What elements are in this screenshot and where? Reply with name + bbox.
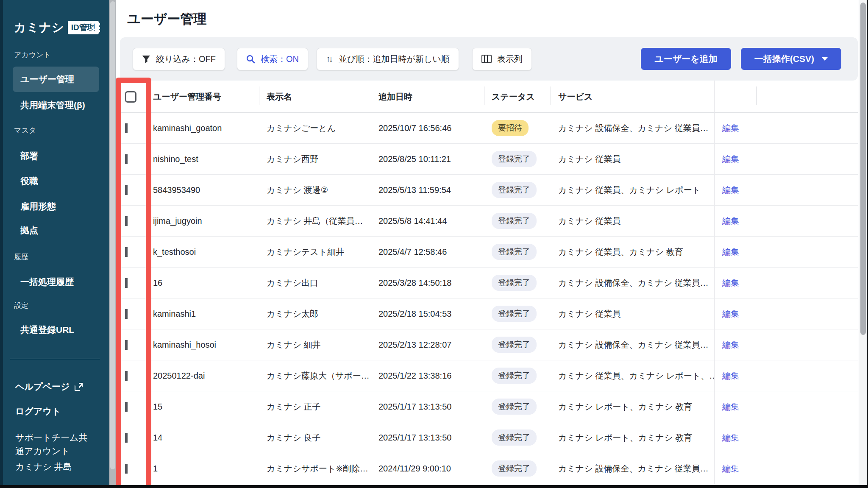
window-bottom-edge bbox=[0, 485, 868, 488]
cell-display-name: カミナシごーとん bbox=[259, 123, 371, 134]
search-icon bbox=[246, 55, 255, 64]
row-checkbox[interactable] bbox=[125, 464, 128, 474]
help-page-link[interactable]: ヘルプページ bbox=[15, 381, 83, 393]
sidebar-scrollbar-thumb[interactable] bbox=[110, 1, 115, 469]
sidebar-item-shared-terminal[interactable]: 共用端末管理(β) bbox=[13, 92, 99, 118]
row-checkbox-cell bbox=[120, 247, 145, 257]
sidebar-item-batch-history[interactable]: 一括処理履歴 bbox=[13, 269, 99, 295]
search-button[interactable]: 検索：ON bbox=[237, 48, 308, 70]
edit-link[interactable]: 編集 bbox=[722, 339, 739, 351]
select-all-checkbox[interactable] bbox=[125, 91, 136, 103]
sidebar-item-employment-type[interactable]: 雇用形態 bbox=[13, 194, 99, 219]
sidebar-item-department[interactable]: 部署 bbox=[13, 143, 99, 169]
toolbar: 絞り込み：OFF 検索：ON ↑↓ 並び順：追加日時が新しい順 表示列 ユーザー… bbox=[120, 37, 858, 81]
table-row: nishino_test カミナシ西野 2025/8/25 10:11:21 登… bbox=[120, 144, 858, 175]
row-checkbox[interactable] bbox=[125, 278, 128, 288]
section-label-account: アカウント bbox=[14, 50, 51, 60]
sidebar-item-user-management[interactable]: ユーザー管理 bbox=[13, 67, 99, 92]
edit-link[interactable]: 編集 bbox=[722, 432, 739, 443]
section-label-master: マスタ bbox=[14, 125, 36, 135]
edit-link[interactable]: 編集 bbox=[722, 153, 739, 165]
row-checkbox[interactable] bbox=[125, 185, 128, 195]
cell-user-id: 15 bbox=[145, 402, 259, 412]
edit-link[interactable]: 編集 bbox=[722, 308, 739, 320]
table-row: 20250122-dai カミナシ藤原大（サポー… 2025/1/22 13:3… bbox=[120, 360, 858, 391]
sort-icon: ↑↓ bbox=[326, 54, 331, 64]
row-checkbox[interactable] bbox=[125, 123, 128, 133]
cell-added-date: 2025/5/13 11:59:54 bbox=[371, 185, 484, 195]
main-scrollbar-thumb[interactable] bbox=[860, 3, 866, 335]
cell-user-id: 20250122-dai bbox=[145, 371, 259, 381]
table-row: kaminashi1 カミナシ太郎 2025/2/18 15:04:53 登録完… bbox=[120, 298, 858, 329]
status-badge: 登録完了 bbox=[492, 306, 537, 322]
row-checkbox[interactable] bbox=[125, 402, 128, 412]
logout-link[interactable]: ログアウト bbox=[15, 405, 61, 417]
account-user-name: カミナシ 井島 bbox=[15, 460, 92, 474]
account-info: サポートチーム共通アカウント カミナシ 井島 bbox=[15, 431, 92, 474]
status-badge: 登録完了 bbox=[492, 368, 537, 384]
row-checkbox[interactable] bbox=[125, 371, 128, 381]
cell-service: カミナシ 従業員、カミナシ 教育 bbox=[551, 246, 714, 258]
cell-status: 登録完了 bbox=[484, 368, 551, 384]
row-checkbox[interactable] bbox=[125, 433, 128, 443]
cell-display-name: カミナシサポート※削除… bbox=[259, 463, 371, 474]
row-checkbox[interactable] bbox=[125, 154, 128, 164]
row-checkbox-cell bbox=[120, 433, 145, 443]
cell-service: カミナシ 設備保全、カミナシ 従業員… bbox=[551, 339, 714, 351]
row-checkbox-cell bbox=[120, 278, 145, 288]
cell-edit: 編集 bbox=[714, 360, 756, 391]
cell-service: カミナシ 従業員、カミナシ レポート bbox=[551, 184, 714, 196]
edit-link[interactable]: 編集 bbox=[722, 246, 739, 258]
main-scrollbar-track[interactable] bbox=[859, 0, 867, 488]
cell-status: 登録完了 bbox=[484, 429, 551, 446]
cell-edit: 編集 bbox=[714, 329, 756, 360]
columns-button[interactable]: 表示列 bbox=[472, 48, 532, 70]
edit-link[interactable]: 編集 bbox=[722, 277, 739, 289]
cell-added-date: 2025/4/7 12:58:46 bbox=[371, 247, 484, 257]
cell-service: カミナシ 設備保全、カミナシ 従業員… bbox=[551, 277, 714, 289]
row-checkbox[interactable] bbox=[125, 309, 128, 319]
edit-link[interactable]: 編集 bbox=[722, 123, 739, 134]
cell-user-id: ijima_jugyoin bbox=[145, 216, 259, 226]
sidebar-item-position[interactable]: 役職 bbox=[13, 168, 99, 194]
row-checkbox[interactable] bbox=[125, 247, 128, 257]
edit-link[interactable]: 編集 bbox=[722, 463, 739, 474]
row-checkbox[interactable] bbox=[125, 340, 128, 350]
row-checkbox[interactable] bbox=[125, 216, 128, 226]
cell-status: 登録完了 bbox=[484, 275, 551, 291]
sort-button[interactable]: ↑↓ 並び順：追加日時が新しい順 bbox=[317, 48, 459, 70]
app-launcher-icon[interactable] bbox=[92, 23, 100, 32]
table-row: k_testhosoi カミナシテスト細井 2025/4/7 12:58:46 … bbox=[120, 237, 858, 268]
edit-link[interactable]: 編集 bbox=[722, 215, 739, 227]
chevron-down-icon bbox=[822, 57, 828, 61]
edit-link[interactable]: 編集 bbox=[722, 370, 739, 382]
brand-text: カミナシ bbox=[14, 20, 64, 36]
cell-edit: 編集 bbox=[714, 453, 756, 484]
sidebar-scrollbar-track[interactable] bbox=[109, 0, 116, 488]
cell-display-name: カミナシ 正子 bbox=[259, 401, 371, 413]
filter-button[interactable]: 絞り込み：OFF bbox=[133, 48, 225, 70]
cell-edit: 編集 bbox=[714, 268, 756, 298]
cell-display-name: カミナシ出口 bbox=[259, 277, 371, 289]
filter-icon bbox=[142, 55, 150, 63]
cell-display-name: カミナシ 渡邊② bbox=[259, 184, 371, 196]
status-badge: 登録完了 bbox=[492, 429, 537, 446]
header-checkbox-cell bbox=[120, 81, 145, 113]
status-badge: 登録完了 bbox=[492, 182, 537, 198]
section-label-settings: 設定 bbox=[14, 301, 28, 310]
sidebar-item-location[interactable]: 拠点 bbox=[13, 218, 99, 243]
table-header-row: ユーザー管理番号 表示名 追加日時 ステータス サービス bbox=[120, 81, 858, 113]
cell-display-name: カミナシ太郎 bbox=[259, 308, 371, 320]
cell-added-date: 2025/2/18 15:04:53 bbox=[371, 309, 484, 319]
row-checkbox-cell bbox=[120, 340, 145, 350]
cell-status: 登録完了 bbox=[484, 337, 551, 353]
account-name: サポートチーム共通アカウント bbox=[15, 431, 92, 458]
cell-user-id: 14 bbox=[145, 433, 259, 443]
sidebar-item-common-registration-url[interactable]: 共通登録URL bbox=[13, 317, 99, 343]
edit-link[interactable]: 編集 bbox=[722, 184, 739, 196]
bulk-csv-button[interactable]: 一括操作(CSV) bbox=[741, 48, 841, 70]
status-badge: 登録完了 bbox=[492, 213, 537, 229]
edit-link[interactable]: 編集 bbox=[722, 401, 739, 413]
help-page-label: ヘルプページ bbox=[15, 381, 70, 393]
add-user-button[interactable]: ユーザーを追加 bbox=[641, 48, 731, 70]
